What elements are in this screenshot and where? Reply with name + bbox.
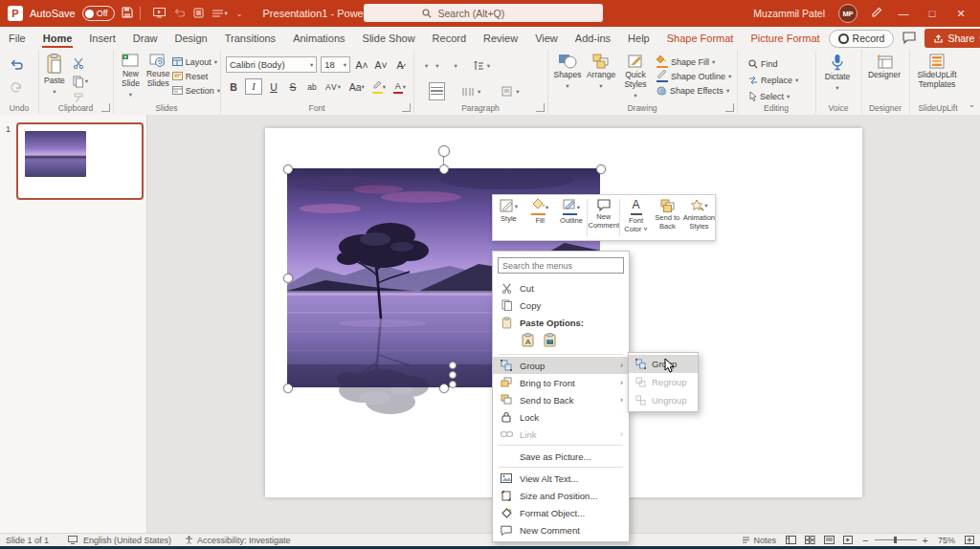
clipboard-dialog-launcher[interactable] (101, 103, 110, 112)
paragraph-dialog-launcher[interactable] (536, 103, 545, 112)
font-name-dropdown[interactable]: Calibri (Body)▾ (226, 56, 317, 73)
zoom-out-button[interactable]: − (862, 535, 868, 546)
selection-handle-top-middle[interactable] (439, 165, 449, 174)
tab-file[interactable]: File (0, 29, 34, 48)
menu-item-copy[interactable]: Copy (493, 296, 629, 314)
paste-keep-formatting-button[interactable]: A (520, 332, 535, 347)
shape-handle-dot-2[interactable] (449, 371, 457, 379)
autosave-toggle[interactable]: Off (82, 6, 115, 21)
maximize-button[interactable]: □ (924, 8, 940, 19)
columns-button[interactable] (462, 83, 474, 100)
tab-add-ins[interactable]: Add-ins (567, 29, 619, 48)
zoom-slider[interactable] (875, 539, 917, 540)
shape-effects-button[interactable]: Shape Effects▾ (657, 84, 729, 97)
italic-button[interactable]: I (245, 78, 262, 95)
highlight-color-button[interactable]: ▾ (370, 79, 388, 94)
font-size-dropdown[interactable]: 18▾ (321, 56, 350, 73)
menu-item-view-alt-text[interactable]: View Alt Text... (493, 470, 629, 487)
ribbon-display-options-icon[interactable] (871, 7, 882, 20)
menu-item-new-comment[interactable]: New Comment (493, 521, 629, 538)
mini-animation-styles-button[interactable]: ▾ Animation Styles (683, 195, 715, 240)
section-button[interactable]: Section▾ (172, 84, 220, 97)
designer-button[interactable]: Designer (861, 50, 907, 80)
normal-view-icon[interactable] (786, 536, 796, 544)
text-direction-button[interactable] (473, 57, 483, 75)
increase-font-size-button[interactable]: A˄ (354, 57, 369, 72)
menu-item-save-as-picture[interactable]: Save as Picture... (493, 448, 629, 465)
shape-handle-dot-1[interactable] (449, 362, 457, 369)
slideuplift-templates-button[interactable]: SlideUpLift Templates (909, 50, 965, 90)
touch-mouse-mode-icon[interactable] (193, 8, 204, 20)
copy-button[interactable]: ▾ (73, 76, 88, 87)
comments-icon[interactable] (902, 32, 916, 45)
outline-button[interactable]: ▾ Outline (556, 195, 588, 240)
zoom-slider-knob[interactable] (894, 537, 897, 543)
menu-item-send-to-back[interactable]: Send to Back › (493, 391, 629, 408)
shapes-button[interactable]: Shapes▾ (551, 50, 584, 99)
underline-button[interactable]: U (266, 79, 281, 94)
tab-picture-format[interactable]: Picture Format (742, 29, 828, 48)
record-button[interactable]: Record (829, 30, 895, 48)
cut-button[interactable] (73, 55, 88, 73)
new-slide-button[interactable]: New Slide▾ (117, 50, 145, 98)
menu-item-lock[interactable]: Lock (493, 408, 629, 426)
menu-item-size-and-position[interactable]: Size and Position... (493, 487, 629, 504)
tab-transitions[interactable]: Transitions (216, 29, 284, 48)
tab-shape-format[interactable]: Shape Format (658, 29, 743, 48)
theme-indicator[interactable] (68, 536, 78, 544)
shape-handle-dot-3[interactable] (449, 381, 457, 388)
fill-button[interactable]: ▾ Fill (524, 195, 556, 240)
menu-item-cut[interactable]: Cut (493, 279, 629, 296)
tab-home[interactable]: Home (34, 29, 81, 48)
text-shadow-button[interactable]: ab (304, 79, 320, 94)
language-indicator[interactable]: English (United States) (83, 536, 171, 545)
selection-handle-middle-left[interactable] (283, 274, 293, 283)
change-case-button[interactable]: Aa▾ (347, 79, 367, 94)
clear-formatting-button[interactable]: A̷ (392, 57, 408, 72)
reuse-slides-button[interactable]: Reuse Slides (145, 50, 172, 98)
font-dialog-launcher[interactable] (402, 103, 411, 112)
user-name[interactable]: Muzammil Patel (753, 8, 825, 19)
slide-thumbnail[interactable] (16, 122, 144, 200)
tab-design[interactable]: Design (166, 29, 215, 48)
mini-font-color-button[interactable]: A Font Color ˅ (620, 195, 652, 240)
undo-button[interactable] (10, 56, 38, 74)
selection-handle-top-right[interactable] (596, 165, 606, 174)
selection-handle-bottom-middle[interactable] (439, 384, 449, 393)
tab-slide-show[interactable]: Slide Show (354, 29, 424, 48)
character-spacing-button[interactable]: AV▾ (323, 79, 344, 94)
accessibility-status[interactable]: Accessibility: Investigate (185, 536, 291, 545)
collapse-ribbon-chevron-icon[interactable]: ⌄ (968, 99, 975, 109)
paste-picture-button[interactable] (542, 332, 557, 347)
reading-view-icon[interactable] (824, 536, 835, 544)
user-avatar[interactable]: MP (838, 4, 858, 23)
mini-new-comment-button[interactable]: New Comment (588, 195, 619, 240)
search-input[interactable] (436, 7, 546, 20)
notes-toggle[interactable]: Notes (742, 536, 777, 545)
replace-button[interactable]: Replace▾ (748, 74, 798, 86)
tab-view[interactable]: View (526, 29, 567, 48)
dictate-button[interactable]: Dictate▾ (815, 50, 859, 91)
shape-outline-button[interactable]: Shape Outline▾ (657, 70, 731, 82)
zoom-level[interactable]: 75% (938, 536, 955, 545)
menu-search-box[interactable] (498, 257, 624, 274)
zoom-in-button[interactable]: + (923, 535, 928, 546)
align-right-button[interactable] (429, 82, 445, 100)
rotation-handle[interactable] (438, 145, 450, 157)
menu-search-input[interactable] (499, 261, 623, 271)
menu-item-format-object[interactable]: Format Object... (493, 504, 629, 521)
align-text-button[interactable] (501, 83, 512, 100)
layout-button[interactable]: Layout▾ (172, 55, 217, 68)
drawing-dialog-launcher[interactable] (725, 103, 734, 112)
arrange-button[interactable]: Arrange▾ (584, 50, 618, 99)
close-button[interactable]: ✕ (953, 8, 969, 20)
powerpoint-app-icon[interactable]: P (8, 6, 23, 21)
slide-sorter-view-icon[interactable] (805, 536, 815, 544)
tab-help[interactable]: Help (619, 29, 658, 48)
find-button[interactable]: Find (748, 57, 778, 70)
tab-animations[interactable]: Animations (284, 29, 353, 48)
font-color-button[interactable]: A ▾ (391, 79, 408, 94)
slideshow-view-icon[interactable] (843, 536, 853, 544)
quick-styles-button[interactable]: Quick Styles▾ (618, 50, 653, 99)
customize-list-icon[interactable]: ▾ (212, 10, 228, 18)
